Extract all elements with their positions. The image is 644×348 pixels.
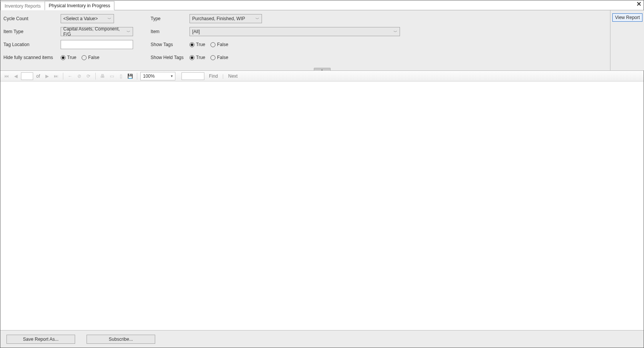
radio-show-held-tags-true[interactable]: True <box>190 55 205 60</box>
radio-hide-scanned-false[interactable]: False <box>82 55 99 60</box>
page-setup-icon[interactable]: ▯ <box>117 72 125 80</box>
close-icon[interactable]: ✕ <box>636 1 641 7</box>
export-icon[interactable]: 💾 <box>126 72 134 80</box>
radio-dot-icon <box>210 55 215 60</box>
chevron-down-icon: ﹀ <box>127 29 130 35</box>
window: Inventory Reports Physical Inventory in … <box>0 0 644 348</box>
radio-show-held-tags: True False <box>190 53 403 62</box>
radio-dot-icon <box>61 55 66 60</box>
radio-true-label: True <box>196 42 205 47</box>
label-item: Item <box>151 27 190 36</box>
toolbar-separator <box>95 73 96 80</box>
prev-page-icon[interactable]: ◀ <box>12 72 19 80</box>
select-item-type[interactable]: Capital Assets, Component, F/G ﹀ <box>61 27 133 36</box>
radio-true-label: True <box>196 55 205 60</box>
next-link[interactable]: Next <box>228 73 238 79</box>
refresh-icon[interactable]: ⟳ <box>85 72 92 80</box>
first-page-icon[interactable]: ⏮ <box>3 72 10 80</box>
radio-show-tags-true[interactable]: True <box>190 42 205 47</box>
radio-show-tags-false[interactable]: False <box>210 42 228 47</box>
last-page-icon[interactable]: ⏭ <box>52 72 60 80</box>
zoom-select[interactable]: 100% ▾ <box>140 72 175 80</box>
label-show-held-tags: Show Held Tags <box>151 53 190 62</box>
back-icon[interactable]: ← <box>66 72 74 80</box>
label-hide-scanned: Hide fully scanned items <box>3 53 61 62</box>
view-report-section: View Report <box>610 10 644 70</box>
label-item-type: Item Type <box>3 27 61 36</box>
radio-false-label: False <box>217 42 228 47</box>
print-icon[interactable]: 🖶 <box>99 72 106 80</box>
chevron-down-icon: ▾ <box>171 74 173 78</box>
radio-dot-icon <box>190 55 194 60</box>
label-cycle-count: Cycle Count <box>3 14 61 23</box>
tab-physical-inventory[interactable]: Physical Inventory in Progress <box>45 1 114 10</box>
page-of-label: of <box>36 73 40 79</box>
filter-labels-right: Type Item Show Tags Show Held Tags <box>151 14 190 62</box>
stop-icon[interactable]: ⊘ <box>75 72 83 80</box>
find-link[interactable]: Find <box>209 73 218 79</box>
radio-dot-icon <box>210 42 215 47</box>
label-type: Type <box>151 14 190 23</box>
page-number-input[interactable] <box>21 72 33 80</box>
select-cycle-count-value: <Select a Value> <box>63 16 98 21</box>
select-item-type-value: Capital Assets, Component, F/G <box>63 26 124 37</box>
zoom-value: 100% <box>143 73 155 79</box>
radio-hide-scanned-true[interactable]: True <box>61 55 76 60</box>
radio-show-tags: True False <box>190 40 403 49</box>
subscribe-button[interactable]: Subscribe... <box>87 335 155 344</box>
label-show-tags: Show Tags <box>151 40 190 49</box>
next-page-icon[interactable]: ▶ <box>43 72 51 80</box>
radio-dot-icon <box>190 42 194 47</box>
radio-hide-scanned: True False <box>61 53 137 62</box>
radio-false-label: False <box>217 55 228 60</box>
tabstrip: Inventory Reports Physical Inventory in … <box>0 0 644 10</box>
search-input[interactable] <box>181 72 204 80</box>
input-tag-location[interactable] <box>61 40 133 49</box>
radio-dot-icon <box>82 55 87 60</box>
view-report-button[interactable]: View Report <box>612 13 642 22</box>
select-type[interactable]: Purchased, Finished, WIP ﹀ <box>190 14 262 23</box>
filter-panel: Cycle Count Item Type Tag Location Hide … <box>0 10 644 71</box>
filter-controls-left: <Select a Value> ﹀ Capital Assets, Compo… <box>61 14 137 62</box>
select-item-value: [All] <box>192 29 200 34</box>
report-toolbar: ⏮ ◀ of ▶ ⏭ ← ⊘ ⟳ 🖶 ▭ ▯ 💾 100% ▾ Find | N… <box>0 71 644 81</box>
select-item[interactable]: [All] ﹀ <box>190 27 400 36</box>
chevron-down-icon: ﹀ <box>393 29 397 35</box>
filter-labels-left: Cycle Count Item Type Tag Location Hide … <box>3 14 61 62</box>
link-separator: | <box>222 73 223 79</box>
print-layout-icon[interactable]: ▭ <box>108 72 116 80</box>
radio-true-label: True <box>67 55 76 60</box>
filter-controls-right: Purchased, Finished, WIP ﹀ [All] ﹀ True … <box>190 14 403 62</box>
select-cycle-count[interactable]: <Select a Value> ﹀ <box>61 14 114 23</box>
radio-show-held-tags-false[interactable]: False <box>210 55 228 60</box>
chevron-down-icon: ﹀ <box>108 16 111 22</box>
save-report-as-button[interactable]: Save Report As... <box>6 335 75 344</box>
tab-inventory-reports[interactable]: Inventory Reports <box>0 2 45 10</box>
label-tag-location: Tag Location <box>3 40 61 49</box>
toolbar-separator <box>137 73 137 80</box>
chevron-down-icon: ﹀ <box>255 16 259 22</box>
report-body <box>0 81 644 330</box>
toolbar-separator <box>63 73 63 80</box>
footer: Save Report As... Subscribe... <box>0 330 644 348</box>
select-type-value: Purchased, Finished, WIP <box>192 16 245 21</box>
radio-false-label: False <box>88 55 99 60</box>
splitter-handle[interactable] <box>314 68 331 71</box>
